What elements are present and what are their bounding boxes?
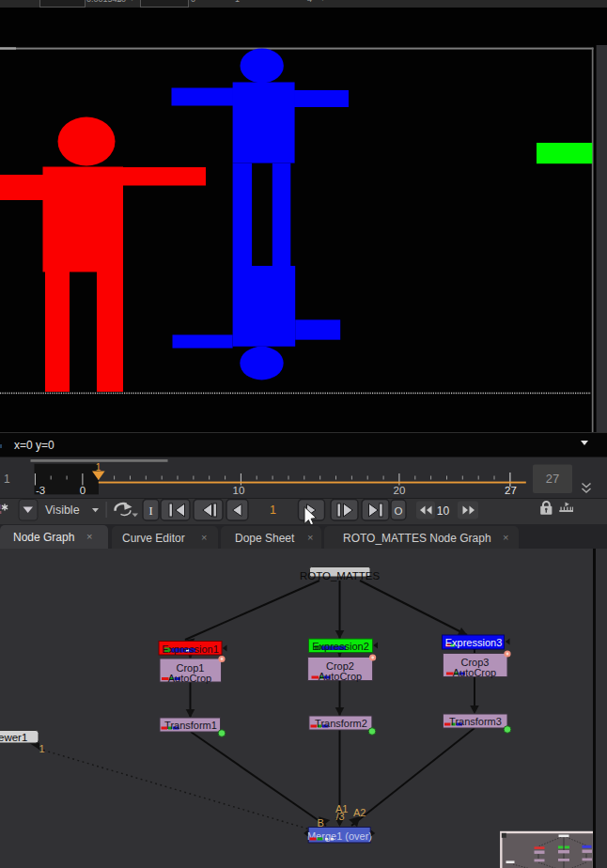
svg-text:1: 1 [96, 462, 101, 473]
svg-text:Expression2: Expression2 [312, 641, 369, 652]
svg-text:Expression3: Expression3 [445, 637, 503, 648]
svg-text:ROTO_MATTES: ROTO_MATTES [300, 570, 381, 581]
svg-text:AutoCrop: AutoCrop [319, 671, 362, 682]
svg-text:10: 10 [233, 485, 245, 496]
svg-text:A2: A2 [353, 807, 366, 818]
svg-text:Transform3: Transform3 [449, 716, 502, 727]
svg-text:Transform1: Transform1 [164, 720, 217, 731]
svg-text:27: 27 [546, 472, 559, 486]
svg-text:0: 0 [80, 485, 86, 496]
svg-text:Merge1 (over): Merge1 (over) [307, 830, 372, 842]
svg-text:I: I [148, 504, 152, 518]
svg-text:Viewer1: Viewer1 [0, 732, 27, 743]
svg-text:/3: /3 [336, 811, 345, 822]
svg-text:AutoCrop: AutoCrop [453, 667, 496, 678]
svg-text:-3: -3 [36, 485, 45, 496]
svg-text:Visible: Visible [45, 504, 80, 517]
svg-text:27: 27 [505, 485, 517, 496]
svg-text:1: 1 [4, 473, 10, 486]
svg-text:10: 10 [437, 504, 450, 518]
svg-text:1: 1 [39, 743, 45, 754]
svg-text:Expression1: Expression1 [162, 643, 219, 655]
svg-text:O: O [395, 505, 403, 517]
svg-text:AutoCrop: AutoCrop [168, 673, 211, 684]
svg-text:20: 20 [394, 485, 406, 496]
svg-text:1: 1 [270, 504, 276, 517]
svg-text:Transform2: Transform2 [315, 718, 367, 729]
